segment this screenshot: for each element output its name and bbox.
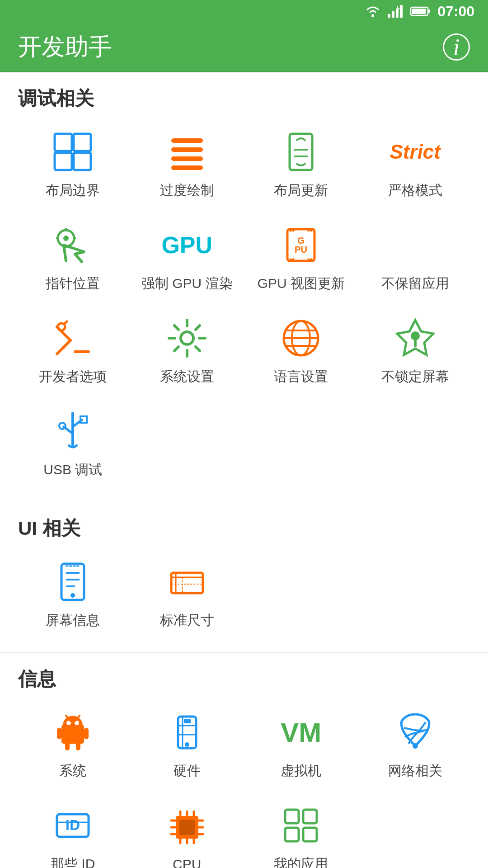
system-label: 系统 — [59, 762, 86, 780]
network-icon — [395, 712, 436, 753]
ui-grid: 屏幕信息 标准尺寸 — [18, 550, 470, 648]
gpu-text-icon: GPU — [161, 231, 212, 259]
pointer-icon — [52, 225, 93, 265]
pointer-label: 指针位置 — [46, 274, 100, 293]
svg-rect-10 — [74, 134, 91, 151]
pointer-item[interactable]: 指针位置 — [18, 213, 128, 302]
svg-rect-16 — [171, 165, 203, 170]
dev-options-icon — [52, 318, 93, 359]
system-settings-icon — [167, 318, 207, 359]
no-lock-label: 不锁定屏幕 — [381, 368, 449, 386]
svg-point-74 — [185, 742, 189, 747]
svg-point-21 — [63, 236, 69, 241]
ids-label: 那些 ID — [51, 855, 95, 868]
usb-debug-item[interactable]: USB 调试 — [18, 400, 128, 488]
cpu-item[interactable]: CPU — [132, 794, 242, 868]
svg-rect-64 — [76, 741, 80, 750]
strict-mode-label: 严格模式 — [388, 181, 442, 200]
svg-point-75 — [413, 743, 418, 749]
standard-size-item[interactable]: 标准尺寸 — [132, 550, 242, 639]
ui-section-title: UI 相关 — [18, 516, 470, 541]
standard-size-label: 标准尺寸 — [160, 611, 214, 630]
svg-rect-13 — [171, 138, 203, 143]
language-item[interactable]: 语言设置 — [246, 307, 356, 395]
language-icon — [281, 318, 321, 359]
svg-rect-9 — [55, 134, 72, 151]
strict-text-icon: Strict — [390, 141, 441, 163]
svg-rect-62 — [84, 728, 89, 739]
svg-text:ID: ID — [66, 817, 80, 833]
svg-point-0 — [371, 14, 374, 17]
app-header: 开发助手 i — [0, 23, 488, 72]
force-gpu-label: 强制 GPU 渲染 — [141, 274, 233, 293]
strict-mode-item[interactable]: Strict 严格模式 — [361, 120, 470, 209]
layout-update-label: 布局更新 — [274, 181, 328, 200]
dev-options-label: 开发者选项 — [39, 368, 107, 386]
battery-icon — [411, 6, 431, 17]
layout-border-label: 布局边界 — [46, 181, 100, 200]
svg-rect-11 — [55, 153, 72, 170]
svg-text:G: G — [297, 236, 305, 245]
svg-rect-1 — [388, 14, 390, 18]
layout-border-icon — [52, 132, 93, 172]
svg-rect-61 — [57, 728, 61, 739]
svg-rect-95 — [285, 828, 299, 841]
vm-item[interactable]: VM 虚拟机 — [246, 701, 356, 789]
debug-grid: 布局边界 过度绘制 — [18, 120, 470, 497]
network-label: 网络相关 — [388, 762, 442, 780]
status-bar: H 07:00 — [0, 0, 488, 23]
system-item[interactable]: 系统 — [18, 701, 128, 789]
ids-item[interactable]: ID 那些 ID — [18, 794, 128, 868]
usb-icon — [52, 411, 93, 452]
svg-rect-63 — [65, 741, 70, 750]
overdraw-label: 过度绘制 — [160, 181, 214, 200]
layout-update-item[interactable]: 布局更新 — [246, 120, 356, 209]
my-apps-icon — [281, 805, 321, 846]
gpu-view-label: GPU 视图更新 — [258, 274, 345, 293]
debug-section: 调试相关 布局边界 — [0, 72, 488, 502]
svg-line-34 — [64, 321, 67, 324]
overdraw-item[interactable]: 过度绘制 — [132, 120, 242, 209]
svg-rect-7 — [428, 9, 430, 13]
android-icon — [52, 712, 93, 753]
svg-text:PU: PU — [295, 245, 307, 255]
network-item[interactable]: 网络相关 — [361, 701, 470, 789]
gpu-view-item[interactable]: G PU GPU 视图更新 — [246, 213, 356, 302]
hardware-item[interactable]: 硬件 — [132, 701, 242, 789]
vm-text-icon: VM — [281, 717, 321, 748]
vm-label: 虚拟机 — [281, 762, 321, 780]
svg-text:H: H — [397, 5, 401, 12]
screen-info-item[interactable]: 屏幕信息 — [18, 550, 128, 639]
wifi-icon — [365, 5, 381, 18]
hardware-label: 硬件 — [174, 762, 201, 780]
info-button[interactable]: i — [443, 33, 470, 61]
info-section: 信息 系统 — [0, 653, 488, 868]
my-apps-label: 我的应用 — [274, 855, 328, 868]
hardware-icon — [167, 712, 207, 753]
svg-rect-12 — [74, 153, 91, 170]
svg-rect-60 — [61, 725, 84, 744]
dev-options-item[interactable]: 开发者选项 — [18, 307, 128, 395]
layout-border-item[interactable]: 布局边界 — [18, 120, 128, 209]
no-keep-item[interactable]: 不保留应用 — [361, 213, 470, 302]
overdraw-icon — [167, 132, 207, 172]
time-display: 07:00 — [437, 3, 474, 20]
my-apps-item[interactable]: 我的应用 — [246, 794, 356, 868]
force-gpu-item[interactable]: GPU 强制 GPU 渲染 — [132, 213, 242, 302]
ui-section: UI 相关 屏幕信息 — [0, 502, 488, 653]
info-section-title: 信息 — [18, 666, 470, 692]
svg-rect-96 — [303, 828, 317, 841]
svg-point-53 — [70, 593, 75, 598]
gpu-view-icon: G PU — [281, 225, 321, 265]
no-lock-icon — [395, 318, 436, 359]
system-settings-label: 系统设置 — [160, 368, 214, 386]
signal-icon: H — [388, 5, 404, 18]
standard-size-icon — [167, 561, 207, 602]
svg-rect-15 — [171, 156, 203, 161]
no-keep-label: 不保留应用 — [381, 274, 449, 293]
screen-info-label: 屏幕信息 — [46, 611, 100, 630]
no-lock-item[interactable]: 不锁定屏幕 — [361, 307, 470, 395]
system-settings-item[interactable]: 系统设置 — [132, 307, 242, 395]
language-label: 语言设置 — [274, 368, 328, 386]
svg-rect-93 — [285, 810, 299, 823]
